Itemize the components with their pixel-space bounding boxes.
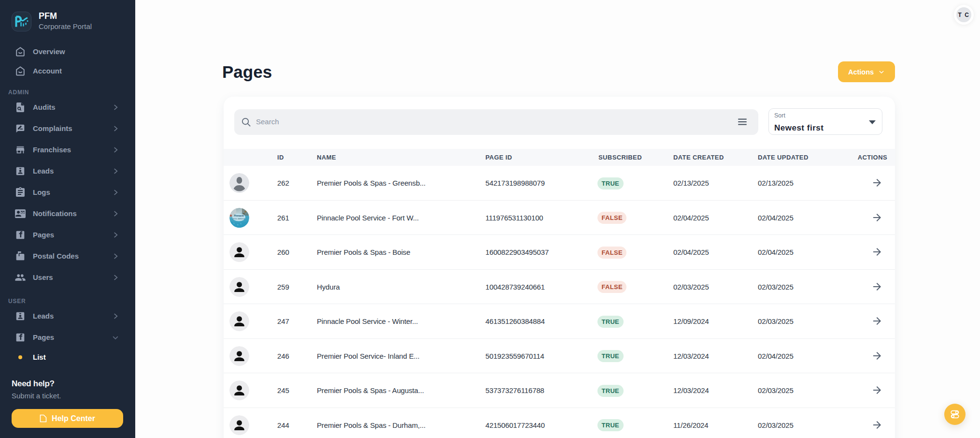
svg-text:Pinnacle: Pinnacle [234,214,244,217]
svg-text:POOL SERVICE: POOL SERVICE [233,218,245,220]
